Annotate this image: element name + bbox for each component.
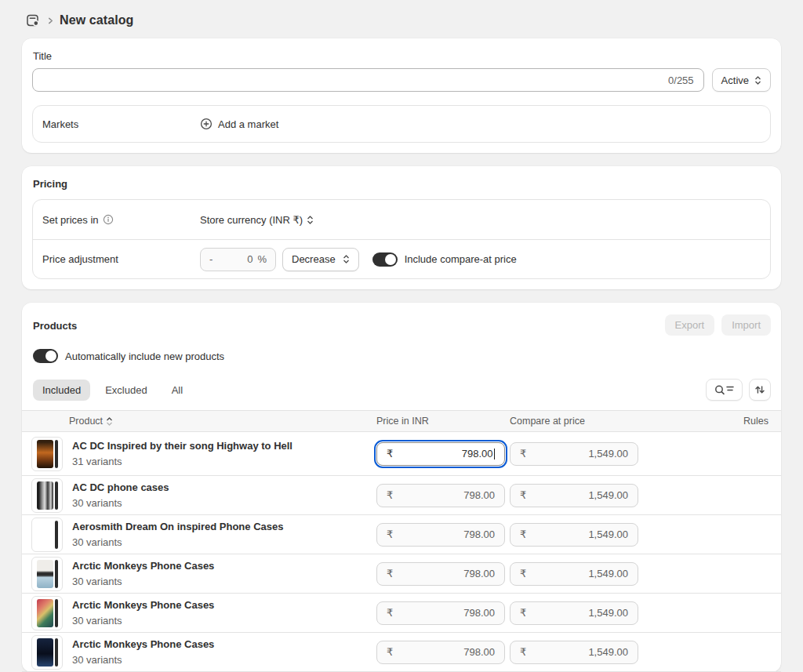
product-cell[interactable]: Arctic Monkeys Phone Cases 30 variants xyxy=(22,635,372,670)
sort-caret-icon xyxy=(106,416,113,427)
adjustment-input[interactable]: - 0 % xyxy=(200,248,276,271)
table-row: Arctic Monkeys Phone Cases 30 variants ₹… xyxy=(22,554,781,594)
chevron-right-icon xyxy=(47,17,54,24)
price-input[interactable]: ₹ 798.00 xyxy=(376,523,505,547)
compare-price-input[interactable]: ₹ 1,549.00 xyxy=(510,562,638,586)
info-icon[interactable] xyxy=(103,214,114,225)
currency-symbol: ₹ xyxy=(520,607,526,619)
compare-price-input[interactable]: ₹ 1,549.00 xyxy=(510,484,638,507)
currency-symbol: ₹ xyxy=(387,489,393,501)
search-filter-button[interactable] xyxy=(706,379,743,401)
product-variants: 31 variants xyxy=(72,456,292,467)
product-image-side xyxy=(55,481,58,510)
currency-select-value: Store currency (INR ₹) xyxy=(200,214,303,226)
product-image-side xyxy=(55,638,58,667)
compare-price-input[interactable]: ₹ 1,549.00 xyxy=(510,601,638,625)
table-row: Aerosmith Dream On inspired Phone Cases … xyxy=(22,515,781,554)
product-variants: 30 variants xyxy=(72,615,214,627)
chevron-updown-icon xyxy=(307,215,314,225)
title-label: Title xyxy=(32,49,771,68)
price-value: 798.00 xyxy=(463,529,495,540)
status-select[interactable]: Active xyxy=(712,68,771,92)
price-value: 798.00 xyxy=(463,646,495,658)
compare-price-input[interactable]: ₹ 1,549.00 xyxy=(510,442,638,466)
currency-symbol: ₹ xyxy=(387,568,393,579)
compare-price-input[interactable]: ₹ 1,549.00 xyxy=(510,641,638,664)
product-image xyxy=(37,521,53,549)
product-image xyxy=(37,638,53,667)
product-image xyxy=(37,440,53,468)
compare-price-toggle[interactable] xyxy=(372,252,398,267)
price-value: 798.00 xyxy=(462,448,493,460)
tab-excluded[interactable]: Excluded xyxy=(96,380,156,401)
product-thumbnail xyxy=(31,596,63,630)
compare-toggle-label: Include compare-at price xyxy=(405,253,517,265)
auto-include-toggle[interactable] xyxy=(33,349,58,363)
set-prices-row: Set prices in Store currency (INR ₹) xyxy=(33,200,770,239)
price-input[interactable]: ₹ 798.00 xyxy=(376,562,505,586)
title-input[interactable]: 0/255 xyxy=(32,68,704,92)
toggle-knob xyxy=(45,351,56,361)
import-button[interactable]: Import xyxy=(721,314,771,336)
product-cell[interactable]: Arctic Monkeys Phone Cases 30 variants xyxy=(22,557,372,591)
add-market-button[interactable]: Add a market xyxy=(200,118,278,130)
catalog-icon-button[interactable] xyxy=(24,12,42,29)
products-table: Product Price in INR Compare at price Ru… xyxy=(22,410,781,672)
status-select-value: Active xyxy=(721,74,749,86)
product-name: AC DC phone cases xyxy=(72,481,169,494)
product-image xyxy=(37,560,53,588)
catalog-icon xyxy=(25,13,41,28)
currency-symbol: ₹ xyxy=(520,529,526,540)
products-card: Products Export Import Automatically inc… xyxy=(22,303,781,672)
table-header: Product Price in INR Compare at price Ru… xyxy=(22,410,781,432)
sort-button[interactable] xyxy=(749,379,771,401)
markets-label: Markets xyxy=(42,118,200,130)
pricing-card: Pricing Set prices in Store currency (IN… xyxy=(22,166,781,289)
price-input[interactable]: ₹ 798.00 xyxy=(376,442,505,466)
table-row: Arctic Monkeys Phone Cases 30 variants ₹… xyxy=(22,594,781,633)
tab-included[interactable]: Included xyxy=(33,380,90,401)
price-input[interactable]: ₹ 798.00 xyxy=(376,601,505,625)
price-adjustment-label: Price adjustment xyxy=(42,253,118,265)
tab-all[interactable]: All xyxy=(162,380,192,401)
chevron-updown-icon xyxy=(754,75,761,85)
markets-section: Markets Add a market xyxy=(32,105,771,143)
price-input[interactable]: ₹ 798.00 xyxy=(376,641,505,664)
product-variants: 30 variants xyxy=(72,576,214,587)
adjustment-value: 0 xyxy=(247,253,253,265)
breadcrumb: New catalog xyxy=(0,0,803,29)
product-image xyxy=(37,481,53,510)
currency-select[interactable]: Store currency (INR ₹) xyxy=(200,214,314,226)
set-prices-label: Set prices in xyxy=(42,214,99,226)
sort-arrows-icon xyxy=(754,384,765,395)
currency-symbol: ₹ xyxy=(520,448,526,460)
add-market-label: Add a market xyxy=(218,118,278,130)
search-filter-icon xyxy=(714,384,735,396)
price-value: 798.00 xyxy=(463,489,495,501)
product-image-side xyxy=(55,521,58,549)
currency-symbol: ₹ xyxy=(520,646,526,658)
adjustment-prefix: - xyxy=(209,253,213,265)
table-row: AC DC Inspired by their song Highway to … xyxy=(22,432,781,476)
product-cell[interactable]: Arctic Monkeys Phone Cases 30 variants xyxy=(22,596,372,630)
details-card: Title 0/255 Active Markets Ad xyxy=(22,38,781,153)
compare-price-input[interactable]: ₹ 1,549.00 xyxy=(510,523,638,547)
product-cell[interactable]: Aerosmith Dream On inspired Phone Cases … xyxy=(22,518,372,552)
product-name: Aerosmith Dream On inspired Phone Cases xyxy=(72,521,283,533)
export-button[interactable]: Export xyxy=(665,314,715,336)
auto-include-label: Automatically include new products xyxy=(65,351,224,362)
product-image-side xyxy=(55,560,58,588)
direction-select-value: Decrease xyxy=(292,253,336,265)
products-heading: Products xyxy=(32,318,77,332)
direction-select[interactable]: Decrease xyxy=(282,248,359,271)
compare-price-value: 1,549.00 xyxy=(588,568,628,579)
price-input[interactable]: ₹ 798.00 xyxy=(376,484,505,507)
column-header-product[interactable]: Product xyxy=(22,416,372,427)
compare-price-value: 1,549.00 xyxy=(588,646,628,658)
product-cell[interactable]: AC DC phone cases 30 variants xyxy=(22,478,372,513)
product-cell[interactable]: AC DC Inspired by their song Highway to … xyxy=(22,437,372,471)
price-value: 798.00 xyxy=(463,568,495,579)
product-variants: 30 variants xyxy=(72,536,283,548)
product-name: Arctic Monkeys Phone Cases xyxy=(72,638,214,651)
column-header-rules: Rules xyxy=(646,416,781,427)
